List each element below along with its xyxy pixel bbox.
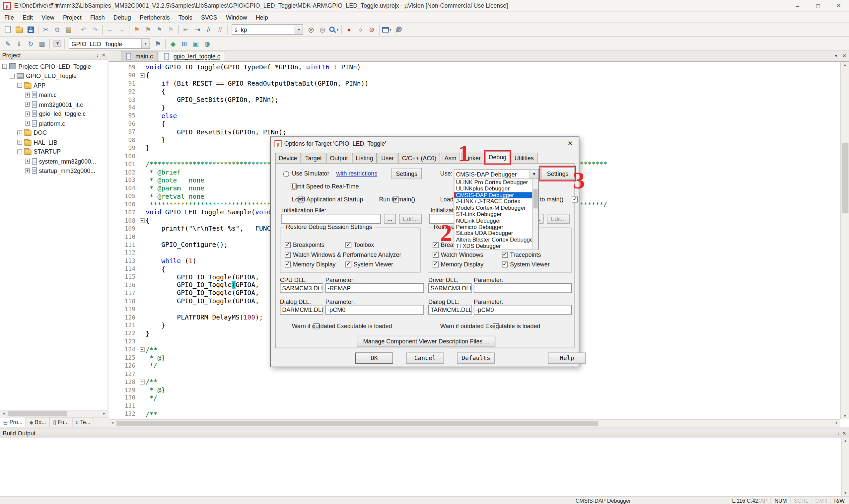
- bookmark-prev-icon[interactable]: ⚑: [142, 24, 153, 35]
- build-output-content[interactable]: ▴ ▾: [0, 438, 849, 497]
- minimize-button[interactable]: –: [787, 0, 808, 11]
- find-in-files-icon[interactable]: ◎: [305, 24, 317, 35]
- tree-item[interactable]: +system_mm32g000...: [0, 157, 108, 166]
- checkbox-breakpoints[interactable]: Breakpoints: [285, 241, 324, 249]
- dialog-tab-asm[interactable]: Asm: [440, 152, 460, 163]
- browse-button-left[interactable]: ...: [384, 214, 396, 223]
- code-line[interactable]: 130 */: [109, 394, 841, 402]
- checkbox-memory-display[interactable]: Memory Display: [433, 260, 483, 268]
- pin-icon[interactable]: ↓: [837, 430, 839, 436]
- configure-icon[interactable]: [393, 24, 404, 35]
- use-simulator-radio[interactable]: [283, 171, 289, 177]
- bookmark-next-icon[interactable]: ⚑: [153, 24, 165, 35]
- tree-expander[interactable]: +: [25, 93, 30, 97]
- dialog-tab-target[interactable]: Target: [301, 152, 325, 163]
- dialog-tab-utilities[interactable]: Utilities: [511, 152, 538, 163]
- edit-button-left[interactable]: Edit...: [399, 214, 422, 223]
- checkbox-memory-display[interactable]: Memory Display: [285, 260, 336, 268]
- editor-vscrollbar[interactable]: ▴ ▾: [841, 62, 849, 419]
- checkbox-icon[interactable]: [502, 261, 508, 267]
- rebuild-icon[interactable]: ↻: [25, 38, 36, 49]
- tree-expander[interactable]: +: [17, 140, 22, 145]
- menu-flash[interactable]: Flash: [86, 12, 109, 22]
- debugger-combo[interactable]: CMSIS-DAP Debugger ▼: [454, 169, 539, 179]
- tree-item[interactable]: +platform.c: [0, 119, 108, 128]
- menu-tools[interactable]: Tools: [174, 12, 197, 22]
- tab-gpio_led_toggle.c[interactable]: gpio_led_toggle.c: [159, 51, 225, 61]
- tree-expander[interactable]: +: [25, 168, 30, 173]
- fold-marker[interactable]: −: [139, 347, 144, 352]
- code-line[interactable]: 96 {: [109, 120, 841, 128]
- code-line[interactable]: 129 * @}: [109, 386, 841, 394]
- checkbox-icon[interactable]: [502, 252, 508, 257]
- tree-item[interactable]: -GPIO_LED_Toggle: [0, 71, 108, 81]
- menu-edit[interactable]: Edit: [18, 12, 37, 22]
- checkbox-system-viewer[interactable]: System Viewer: [502, 260, 550, 268]
- dropdown-option[interactable]: CMSIS-DAP Debugger: [454, 192, 538, 198]
- checkbox-icon[interactable]: [285, 252, 291, 257]
- dropdown-option[interactable]: ULINK Pro Cortex Debugger: [454, 179, 538, 185]
- redo-icon[interactable]: ↷: [89, 24, 101, 35]
- checkbox-watch-windows[interactable]: Watch Windows: [433, 251, 483, 258]
- pack-installer-icon[interactable]: ⊞: [179, 38, 190, 49]
- menu-peripherals[interactable]: Peripherals: [136, 12, 174, 22]
- panel-tab-templates[interactable]: 0Te...: [73, 417, 94, 427]
- checkbox-icon[interactable]: [433, 252, 439, 257]
- debug-windows-icon[interactable]: ▾: [381, 24, 393, 35]
- tree-item[interactable]: +startup_mm32g000...: [0, 166, 108, 176]
- close-panel-icon[interactable]: ✕: [842, 430, 846, 436]
- maximize-button[interactable]: □: [808, 0, 828, 11]
- tree-item[interactable]: +mm32g0001_it.c: [0, 100, 108, 109]
- cpu-dll-input[interactable]: SARMCM3.DLL: [280, 283, 324, 293]
- panel-tab-functions[interactable]: {}Fu...: [50, 417, 73, 427]
- dialog-param-input-left[interactable]: -pCM0: [325, 305, 424, 314]
- tree-item[interactable]: -APP: [0, 80, 108, 90]
- tree-expander[interactable]: +: [25, 121, 30, 126]
- scroll-left-icon[interactable]: ◂: [0, 410, 7, 417]
- target-select[interactable]: GPIO_LED_Toggle▾: [69, 38, 150, 49]
- code-line[interactable]: 93 GPIO_SetBits(GPIOn, PINn);: [109, 95, 841, 104]
- dialog-dll-input-left[interactable]: DARMCM1.DLL: [280, 305, 324, 314]
- scroll-left-icon[interactable]: ◂: [109, 420, 116, 426]
- run-to-main-checkbox-right[interactable]: [572, 196, 578, 202]
- code-line[interactable]: 89void GPIO_IO_Toggle(GPIO_TypeDef *GPIO…: [109, 64, 841, 71]
- comment-icon[interactable]: //: [203, 24, 214, 35]
- dialog-dll-input-right[interactable]: TARMCM1.DLL: [428, 305, 472, 314]
- dialog-tab-user[interactable]: User: [378, 152, 398, 163]
- find-text-combo[interactable]: s_kp▾: [232, 24, 303, 35]
- tab-main.c[interactable]: main.c: [121, 51, 158, 61]
- menu-svcs[interactable]: SVCS: [197, 12, 222, 22]
- fold-marker[interactable]: −: [139, 218, 144, 223]
- tree-expander[interactable]: -: [17, 83, 22, 88]
- insert-breakpoint-icon[interactable]: ●: [343, 24, 355, 35]
- simulator-settings-button[interactable]: Settings: [392, 168, 422, 179]
- dropdown-option[interactable]: Pemicro Debugger: [454, 224, 538, 230]
- menu-view[interactable]: View: [37, 12, 59, 22]
- tree-expander[interactable]: -: [17, 149, 22, 154]
- checkbox-watch-windows-performance-analyzer[interactable]: Watch Windows & Performance Analyzer: [285, 251, 401, 258]
- code-line[interactable]: 128−/**: [109, 378, 841, 386]
- tree-item[interactable]: +main.c: [0, 90, 108, 100]
- fold-marker[interactable]: −: [139, 73, 144, 78]
- dropdown-option[interactable]: TI XDS Debugger: [454, 243, 538, 250]
- checkbox-icon[interactable]: [285, 242, 291, 248]
- tree-expander[interactable]: +: [25, 102, 30, 107]
- scroll-up-icon[interactable]: ▴: [841, 62, 849, 67]
- close-button[interactable]: ✕: [828, 0, 849, 11]
- tree-expander[interactable]: +: [25, 159, 30, 164]
- dropdown-option[interactable]: ST-Link Debugger: [454, 211, 538, 217]
- find-icon[interactable]: ◎: [317, 24, 328, 35]
- dialog-param-input-right[interactable]: -pCM0: [474, 305, 572, 314]
- dialog-close-icon[interactable]: ✕: [561, 137, 579, 150]
- menu-debug[interactable]: Debug: [109, 12, 136, 22]
- checkbox-icon[interactable]: [345, 242, 351, 248]
- checkbox-tracepoints[interactable]: Tracepoints: [502, 251, 541, 258]
- dropdown-option[interactable]: Altera Blaster Cortex Debugger: [454, 237, 538, 243]
- checkbox-icon[interactable]: [433, 242, 439, 248]
- hscroll-thumb[interactable]: [116, 421, 598, 426]
- code-line[interactable]: 127: [109, 370, 841, 378]
- dropdown-option[interactable]: SiLabs UDA Debugger: [454, 230, 538, 237]
- download-icon[interactable]: [51, 38, 63, 49]
- help-button[interactable]: Help: [548, 353, 586, 364]
- checkbox-toolbox[interactable]: Toolbox: [345, 241, 374, 249]
